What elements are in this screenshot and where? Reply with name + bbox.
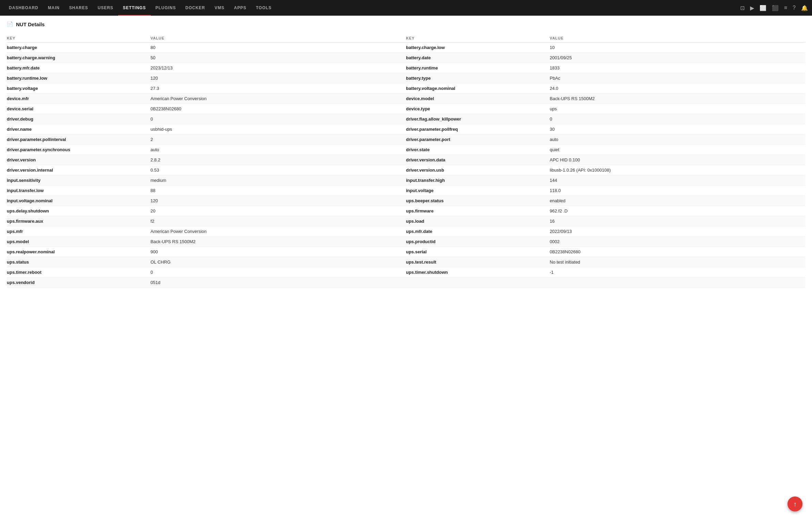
cell-key1: ups.status [7,257,150,267]
nut-details-table: KEY VALUE KEY VALUE battery.charge80batt… [7,34,805,288]
cell-key2: battery.runtime [406,63,550,73]
nav-item-vms[interactable]: VMS [210,0,229,16]
table-row: device.serial0B2238N02680device.typeups [7,104,805,114]
nav-item-docker[interactable]: DOCKER [181,0,210,16]
cell-val2: ups [550,104,805,114]
col-header-key1: KEY [7,34,150,43]
cell-key2: ups.beeper.status [406,196,550,206]
cell-key1: device.mfr [7,94,150,104]
nav-item-settings[interactable]: SETTINGS [118,0,151,16]
table-row: ups.statusOL CHRGups.test.resultNo test … [7,257,805,267]
table-header: KEY VALUE KEY VALUE [7,34,805,43]
nav-icon-copy[interactable]: ⊡ [740,5,745,11]
cell-val2: 962.f2 .D [550,206,805,216]
cell-val1: 88 [150,186,406,196]
nav-icon-display[interactable]: ⬜ [760,5,766,11]
cell-val2: auto [550,135,805,145]
cell-key2: battery.charge.low [406,43,550,53]
table-row: battery.voltage27.3battery.voltage.nomin… [7,83,805,94]
cell-val2: quiet [550,145,805,155]
cell-val2: 118.0 [550,186,805,196]
cell-key2: device.model [406,94,550,104]
table-row: driver.parameter.synchronousautodriver.s… [7,145,805,155]
nav-item-dashboard[interactable]: DASHBOARD [4,0,43,16]
cell-val2: 24.0 [550,83,805,94]
cell-val2: 0B2238N02680 [550,247,805,257]
cell-val2: -1 [550,267,805,278]
table-row: device.mfrAmerican Power Conversiondevic… [7,94,805,104]
table-body: battery.charge80battery.charge.low10batt… [7,43,805,288]
cell-key2 [406,278,550,288]
cell-key1: driver.version [7,155,150,165]
cell-val1: 80 [150,43,406,53]
nav-item-users[interactable]: USERS [93,0,118,16]
cell-val1: 900 [150,247,406,257]
nav-item-tools[interactable]: TOOLS [251,0,276,16]
cell-val2: Back-UPS RS 1500M2 [550,94,805,104]
cell-val1: 50 [150,53,406,63]
cell-key2: driver.parameter.pollfreq [406,124,550,135]
cell-val2: 2001/09/25 [550,53,805,63]
cell-val1: 0 [150,267,406,278]
cell-key1: ups.timer.reboot [7,267,150,278]
cell-key2: driver.version.usb [406,165,550,175]
cell-val2: libusb-1.0.26 (API: 0x1000108) [550,165,805,175]
nav-icon-terminal[interactable]: ▶ [750,5,754,11]
cell-val2: 30 [550,124,805,135]
cell-val1: medium [150,175,406,186]
cell-val1: 0.53 [150,165,406,175]
table-row: driver.nameusbhid-upsdriver.parameter.po… [7,124,805,135]
cell-key1: driver.parameter.synchronous [7,145,150,155]
cell-val2: enabled [550,196,805,206]
table-row: driver.version.internal0.53driver.versio… [7,165,805,175]
table-row: battery.charge.warning50battery.date2001… [7,53,805,63]
cell-val2: 144 [550,175,805,186]
cell-key2: battery.voltage.nominal [406,83,550,94]
page-title: 📄 NUT Details [7,21,805,27]
nav-icon-list[interactable]: ≡ [784,5,787,11]
navbar: DASHBOARDMAINSHARESUSERSSETTINGSPLUGINSD… [0,0,812,16]
cell-key2: ups.timer.shutdown [406,267,550,278]
cell-key2: ups.firmware [406,206,550,216]
cell-key1: driver.debug [7,114,150,124]
cell-val1: 0 [150,114,406,124]
table-row: battery.charge80battery.charge.low10 [7,43,805,53]
cell-key2: ups.productid [406,237,550,247]
cell-val1: 2 [150,135,406,145]
nav-item-main[interactable]: MAIN [43,0,65,16]
nav-icon-help[interactable]: ? [793,5,796,11]
cell-val1: Back-UPS RS 1500M2 [150,237,406,247]
cell-key2: input.voltage [406,186,550,196]
nav-icon-layout[interactable]: ⬛ [772,5,779,11]
cell-val1: 20 [150,206,406,216]
page-title-icon: 📄 [7,21,13,27]
cell-key1: ups.vendorid [7,278,150,288]
cell-val1: 2023/12/13 [150,63,406,73]
table-row: input.voltage.nominal120ups.beeper.statu… [7,196,805,206]
cell-key1: battery.runtime.low [7,73,150,83]
table-row: input.transfer.low88input.voltage118.0 [7,186,805,196]
nav-item-shares[interactable]: SHARES [64,0,93,16]
cell-key1: input.voltage.nominal [7,196,150,206]
cell-key1: battery.voltage [7,83,150,94]
nav-item-plugins[interactable]: PLUGINS [151,0,181,16]
col-header-key2: KEY [406,34,550,43]
cell-val1: 120 [150,73,406,83]
cell-key1: ups.mfr [7,226,150,237]
page-container: 📄 NUT Details KEY VALUE KEY VALUE batter… [0,16,812,293]
table-row: ups.mfrAmerican Power Conversionups.mfr.… [7,226,805,237]
cell-val2: No test initiated [550,257,805,267]
cell-val1: auto [150,145,406,155]
table-row: input.sensitivitymediuminput.transfer.hi… [7,175,805,186]
table-row: ups.modelBack-UPS RS 1500M2ups.productid… [7,237,805,247]
cell-val1: 0B2238N02680 [150,104,406,114]
table-row: ups.delay.shutdown20ups.firmware962.f2 .… [7,206,805,216]
cell-val1: 051d [150,278,406,288]
cell-key2: battery.date [406,53,550,63]
nav-item-apps[interactable]: APPS [229,0,251,16]
cell-val2: 0 [550,114,805,124]
nav-icon-bell[interactable]: 🔔 [801,5,808,11]
table-row: battery.mfr.date2023/12/13battery.runtim… [7,63,805,73]
cell-key1: input.sensitivity [7,175,150,186]
cell-val2: 1833 [550,63,805,73]
